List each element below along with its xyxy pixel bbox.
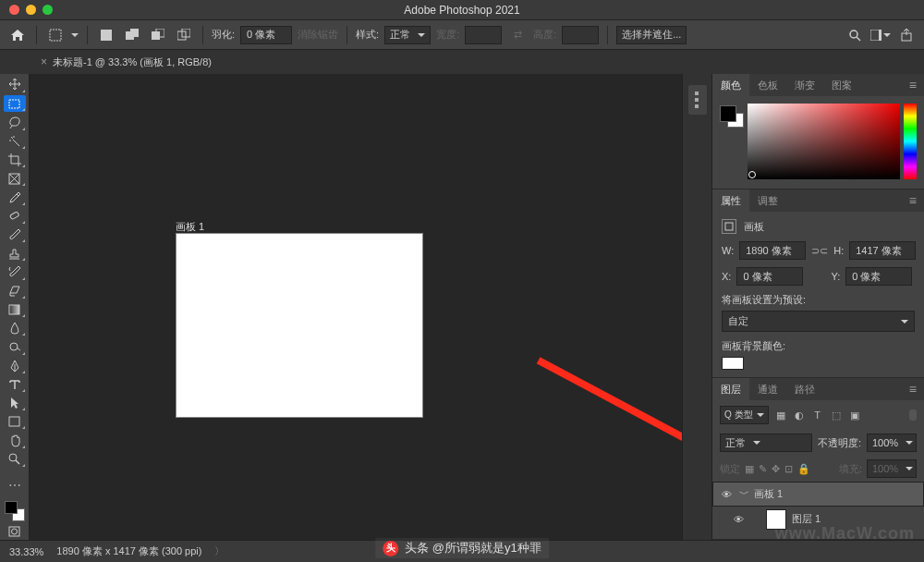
link-wh-icon[interactable]: ⊃⊂ (811, 245, 828, 257)
crop-tool[interactable] (4, 152, 26, 168)
eraser-tool[interactable] (4, 283, 26, 299)
tab-paths[interactable]: 路径 (786, 378, 823, 400)
tab-patterns[interactable]: 图案 (823, 74, 860, 96)
doc-dims[interactable]: 1890 像素 x 1417 像素 (300 ppi) (56, 544, 201, 558)
options-bar: 羽化: 消除锯齿 样式: 正常 宽度: ⇄ 高度: 选择并遮住... (0, 20, 924, 50)
color-swatches[interactable] (5, 501, 25, 521)
tab-layers[interactable]: 图层 (712, 378, 749, 400)
svg-rect-19 (9, 417, 19, 426)
move-tool[interactable] (4, 77, 26, 93)
close-tab-icon[interactable]: × (41, 55, 47, 68)
canvas-area[interactable]: 画板 1 (30, 74, 682, 540)
expand-icon[interactable]: ﹀ (739, 487, 748, 501)
close-window[interactable] (9, 5, 19, 15)
fg-swatch[interactable] (720, 105, 736, 122)
prop-x-input[interactable] (736, 267, 803, 286)
svg-rect-0 (50, 30, 61, 41)
preset-select[interactable]: 自定 (722, 311, 915, 332)
color-picker[interactable] (712, 96, 924, 189)
select-and-mask-button[interactable]: 选择并遮住... (616, 26, 687, 44)
lasso-tool[interactable] (4, 114, 26, 130)
svg-rect-13 (9, 100, 19, 108)
layer-kind-filter[interactable]: Q 类型 (720, 406, 769, 424)
filter-smart-icon[interactable]: ▣ (848, 409, 861, 422)
search-icon[interactable] (845, 25, 865, 45)
zoom-level[interactable]: 33.33% (9, 546, 43, 557)
svg-rect-26 (695, 92, 699, 95)
style-select[interactable]: 正常 (384, 26, 431, 44)
select-add-icon[interactable] (122, 25, 142, 45)
prop-type: 画板 (744, 220, 764, 234)
blend-mode-select[interactable]: 正常 (720, 434, 812, 452)
tab-adjustments[interactable]: 调整 (749, 189, 786, 212)
tab-properties[interactable]: 属性 (712, 189, 749, 212)
tab-gradients[interactable]: 渐变 (786, 74, 823, 96)
panel-menu-icon[interactable]: ≡ (902, 78, 924, 92)
select-intersect-icon[interactable] (174, 25, 194, 45)
document-tab[interactable]: × 未标题-1 @ 33.3% (画板 1, RGB/8) (31, 52, 221, 73)
frame-tool[interactable] (4, 170, 26, 187)
hand-tool[interactable] (4, 432, 26, 448)
filter-type-icon[interactable]: T (811, 409, 824, 422)
marquee-tool-icon[interactable] (45, 25, 66, 45)
tab-color[interactable]: 颜色 (712, 74, 749, 96)
opacity-input[interactable]: 100% (867, 434, 917, 452)
share-icon[interactable] (896, 25, 917, 45)
layer-artboard[interactable]: 👁 ﹀ 画板 1 (712, 482, 924, 507)
artboard-icon (722, 219, 736, 234)
lock-pos-icon[interactable]: ✥ (772, 463, 780, 475)
artboard[interactable] (176, 233, 423, 418)
minimize-window[interactable] (26, 5, 36, 15)
prop-h-input[interactable] (849, 241, 916, 260)
lock-trans-icon[interactable]: ▦ (745, 463, 754, 475)
eyedropper-tool[interactable] (4, 189, 26, 205)
home-button[interactable] (7, 25, 28, 45)
lock-artboard-icon[interactable]: ⊡ (784, 463, 793, 475)
select-new-icon[interactable] (96, 25, 116, 45)
path-select-tool[interactable] (4, 395, 26, 411)
maximize-window[interactable] (43, 5, 53, 15)
color-field[interactable] (748, 104, 900, 179)
filter-adjust-icon[interactable]: ◐ (793, 409, 806, 422)
marquee-tool[interactable] (4, 95, 26, 112)
shape-tool[interactable] (4, 413, 26, 430)
panel-menu-icon[interactable]: ≡ (902, 382, 924, 397)
panel-menu-icon[interactable]: ≡ (902, 193, 924, 208)
artboard-bg-swatch[interactable] (722, 357, 744, 370)
quick-mask[interactable] (4, 523, 26, 540)
filter-shape-icon[interactable]: ⬚ (830, 409, 843, 422)
gradient-tool[interactable] (4, 301, 26, 318)
height-input (562, 26, 599, 44)
workspace-icon[interactable] (870, 25, 891, 45)
fill-input: 100% (867, 459, 917, 478)
select-subtract-icon[interactable] (148, 25, 168, 45)
prop-w-input[interactable] (739, 241, 806, 260)
svg-rect-18 (9, 305, 19, 314)
feather-input[interactable] (240, 26, 292, 44)
dodge-tool[interactable] (4, 338, 26, 355)
filter-pixel-icon[interactable]: ▦ (774, 409, 787, 422)
brush-tool[interactable] (4, 226, 26, 243)
hue-slider[interactable] (904, 104, 917, 179)
app-title: Adobe Photoshop 2021 (404, 4, 519, 17)
zoom-tool[interactable] (4, 451, 26, 468)
lock-all-icon[interactable]: 🔒 (797, 463, 810, 475)
heal-tool[interactable] (4, 208, 26, 225)
wand-tool[interactable] (4, 133, 26, 150)
type-tool[interactable] (4, 376, 26, 393)
artboard-label[interactable]: 画板 1 (176, 220, 204, 234)
stamp-tool[interactable] (4, 245, 26, 262)
blur-tool[interactable] (4, 320, 26, 336)
history-brush-tool[interactable] (4, 263, 26, 280)
prop-y-input[interactable] (845, 267, 912, 286)
visibility-icon[interactable]: 👁 (731, 514, 746, 525)
edit-toolbar[interactable]: ⋯ (4, 476, 26, 493)
visibility-icon[interactable]: 👁 (719, 489, 734, 500)
tab-channels[interactable]: 通道 (749, 378, 786, 400)
byline: 头 头条 @所谓弱就是y1种罪 (375, 538, 549, 558)
pen-tool[interactable] (4, 358, 26, 374)
lock-paint-icon[interactable]: ✎ (759, 463, 767, 475)
tab-swatches[interactable]: 色板 (749, 74, 786, 96)
filter-toggle[interactable] (909, 409, 917, 421)
collapsed-panel-icon[interactable] (688, 85, 707, 115)
